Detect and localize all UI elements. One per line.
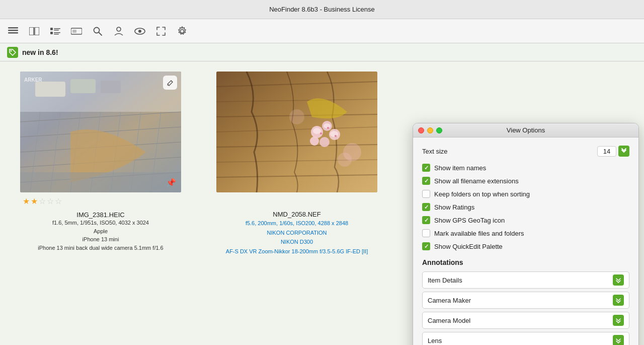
item-meta-1-line1: f1.6, 5mm, 1/951s, ISO50, 4032 x 3024	[38, 219, 163, 227]
dropdown-chevron-1	[613, 295, 624, 306]
svg-rect-8	[50, 32, 53, 34]
svg-point-53	[310, 136, 319, 146]
svg-line-14	[99, 32, 102, 35]
star-1-5: ☆	[55, 196, 62, 206]
title-bar: NeoFinder 8.6b3 - Business License	[0, 0, 644, 19]
svg-rect-5	[50, 28, 53, 30]
person-icon[interactable]	[113, 25, 125, 37]
text-size-row: Text size 14	[422, 146, 629, 157]
tag-icon	[7, 47, 18, 58]
svg-point-62	[289, 109, 304, 124]
minimize-button[interactable]	[427, 127, 433, 133]
checkbox-label-show-extensions: Show all filename extensions	[434, 177, 519, 185]
text-size-value: 14	[597, 146, 616, 157]
checkbox-show-item-names[interactable]	[422, 164, 430, 172]
svg-rect-7	[54, 30, 59, 31]
svg-rect-3	[29, 27, 34, 35]
item-filename-2: NMD_2058.NEF	[226, 211, 368, 218]
checkbox-mark-available[interactable]	[422, 229, 430, 237]
svg-rect-25	[101, 81, 121, 93]
expand-icon[interactable]	[155, 25, 167, 37]
item-meta-1-line3: iPhone 13 mini	[38, 235, 163, 244]
dropdown-chevron-2	[613, 315, 624, 326]
maximize-button[interactable]	[436, 127, 442, 133]
text-size-stepper[interactable]	[618, 146, 629, 157]
panel-title: View Options	[507, 126, 545, 134]
checkbox-show-extensions[interactable]	[422, 177, 430, 185]
photo-2	[216, 72, 377, 192]
image-container-1[interactable]: ARKER 📌	[20, 72, 181, 192]
svg-point-54	[313, 128, 321, 134]
dropdown-lens[interactable]: Lens	[422, 332, 629, 345]
close-button[interactable]	[418, 127, 424, 133]
image-container-2[interactable]	[216, 72, 377, 192]
item-info-1: IMG_2381.HEIC f1.6, 5mm, 1/951s, ISO50, …	[38, 211, 163, 252]
checkbox-keep-folders[interactable]	[422, 190, 430, 198]
main-content: ARKER 📌 ★ ★ ☆ ☆ ☆ IMG_2381.HEIC f1.6, 5m…	[0, 61, 644, 345]
dropdown-camera-model[interactable]: Camera Model	[422, 312, 629, 329]
panel-titlebar: View Options	[413, 123, 638, 137]
tagbar: new in 8.6!	[0, 43, 644, 61]
svg-point-59	[335, 135, 337, 137]
checkbox-row-keep-folders: Keep folders on top when sorting	[422, 190, 629, 198]
svg-point-18	[181, 29, 184, 33]
svg-rect-9	[54, 32, 60, 33]
svg-point-56	[330, 131, 338, 137]
item-meta-2-line4: AF-S DX VR Zoom-Nikkor 18-200mm f/3.5-5.…	[226, 247, 368, 256]
eye-icon[interactable]	[134, 25, 146, 37]
checkbox-row-show-ratings: Show Ratings	[422, 203, 629, 211]
svg-point-61	[338, 153, 352, 167]
traffic-lights	[418, 127, 442, 133]
svg-rect-2	[8, 32, 18, 34]
star-1-3: ☆	[39, 196, 46, 206]
text-size-control: 14	[597, 146, 629, 157]
image-item-1: ARKER 📌 ★ ★ ☆ ☆ ☆ IMG_2381.HEIC f1.6, 5m…	[10, 72, 191, 255]
preview-icon[interactable]	[70, 25, 83, 37]
checkbox-label-keep-folders: Keep folders on top when sorting	[434, 190, 530, 198]
dropdown-chevron-0	[613, 274, 624, 286]
svg-point-15	[117, 27, 121, 31]
checkbox-quickedit[interactable]	[422, 242, 430, 250]
checkbox-row-show-gps: Show GPS GeoTag icon	[422, 216, 629, 224]
columns-icon[interactable]	[28, 25, 40, 37]
text-size-label: Text size	[422, 148, 597, 155]
pencil-button-1[interactable]	[163, 76, 177, 90]
svg-text:ARKER: ARKER	[24, 77, 42, 83]
svg-point-58	[327, 127, 329, 129]
stars-1: ★ ★ ☆ ☆ ☆	[10, 196, 62, 206]
dropdown-text-3: Lens	[428, 337, 613, 344]
checkbox-label-show-ratings: Show Ratings	[434, 203, 474, 211]
svg-point-17	[138, 30, 141, 33]
settings-icon[interactable]	[176, 25, 188, 37]
svg-point-19	[11, 50, 12, 51]
svg-rect-12	[72, 30, 76, 33]
item-info-2: NMD_2058.NEF f5.6, 200mm, 1/60s, ISO200,…	[226, 211, 368, 255]
star-1-2: ★	[31, 196, 38, 206]
list-icon[interactable]	[7, 25, 19, 37]
star-1-4: ☆	[47, 196, 54, 206]
annotations-label: Annotations	[422, 258, 629, 266]
checkbox-show-gps[interactable]	[422, 216, 430, 224]
checkbox-row-quickedit: Show QuickEdit Palette	[422, 242, 629, 250]
dropdown-text-1: Camera Maker	[428, 297, 613, 304]
dropdown-camera-maker[interactable]: Camera Maker	[422, 292, 629, 309]
annotations-section: Annotations Item Details Camera Maker Ca…	[422, 258, 629, 345]
item-filename-1: IMG_2381.HEIC	[38, 211, 163, 219]
svg-line-20	[171, 81, 173, 82]
checkbox-label-show-gps: Show GPS GeoTag icon	[434, 217, 505, 224]
detail-icon[interactable]	[49, 25, 61, 37]
item-meta-2-line2: NIKON CORPORATION	[226, 229, 368, 237]
checkbox-label-show-item-names: Show item names	[434, 164, 486, 172]
image-grid: ARKER 📌 ★ ★ ☆ ☆ ☆ IMG_2381.HEIC f1.6, 5m…	[0, 61, 413, 265]
checkbox-label-mark-available: Mark available files and folders	[434, 230, 524, 237]
dropdown-text-2: Camera Model	[428, 317, 613, 324]
svg-rect-1	[8, 30, 18, 31]
checkbox-show-ratings[interactable]	[422, 203, 430, 211]
search-icon[interactable]	[92, 25, 104, 37]
svg-rect-40	[20, 172, 181, 192]
tag-label: new in 8.6!	[22, 48, 58, 56]
dropdown-item-details[interactable]: Item Details	[422, 271, 629, 289]
dropdown-chevron-3	[613, 335, 624, 345]
dropdown-text-0: Item Details	[428, 277, 613, 284]
svg-rect-0	[8, 27, 18, 29]
